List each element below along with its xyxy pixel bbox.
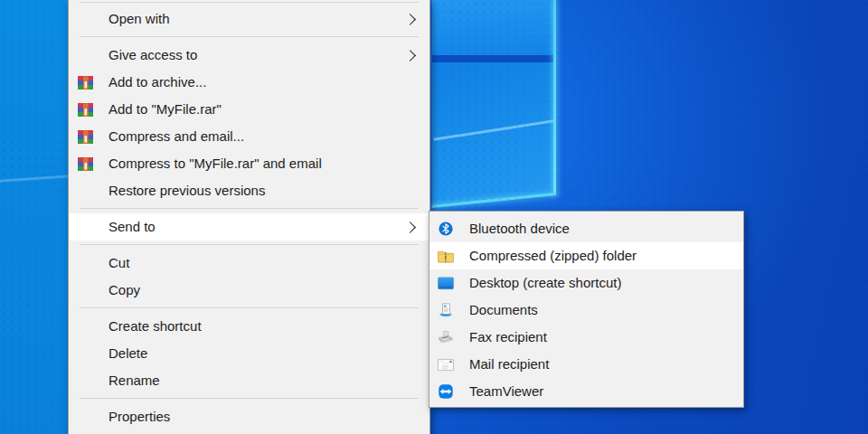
- teamviewer-icon: [438, 383, 454, 400]
- submenu-item-compressed-zipped-folder[interactable]: Compressed (zipped) folder: [429, 242, 743, 269]
- menu-separator: [69, 241, 429, 250]
- menu-item-label: Copy: [108, 277, 140, 304]
- menu-item-properties[interactable]: Properties: [69, 403, 429, 430]
- icon-slot: [77, 47, 93, 63]
- menu-item-label: Open with: [108, 5, 170, 33]
- winrar-icon: [77, 74, 93, 90]
- menu-item-label: Delete: [108, 340, 147, 367]
- mail-icon: [438, 356, 454, 373]
- icon-slot: [77, 183, 93, 199]
- menu-item-label: Create shortcut: [108, 313, 202, 340]
- chevron-right-icon: [404, 14, 416, 25]
- chevron-right-icon: [404, 222, 416, 233]
- menu-separator: [69, 304, 429, 313]
- menu-item-delete[interactable]: Delete: [69, 340, 429, 367]
- menu-separator: [69, 204, 429, 213]
- menu-item-label: Add to "MyFile.rar": [108, 96, 222, 123]
- menu-item-label: Compress to "MyFile.rar" and email: [108, 150, 322, 177]
- zipped-folder-icon: [438, 248, 454, 264]
- menu-item-label: Rename: [108, 367, 160, 394]
- menu-item-label: Bluetooth device: [469, 215, 570, 242]
- menu-item-give-access-to[interactable]: Give access to: [69, 42, 429, 69]
- menu-item-label: Documents: [469, 297, 538, 324]
- menu-item-add-to-archive[interactable]: Add to archive...: [69, 69, 429, 96]
- menu-item-copy[interactable]: Copy: [69, 277, 429, 304]
- icon-slot: [77, 219, 93, 235]
- icon-slot: [77, 255, 93, 271]
- menu-item-open-with[interactable]: Open with: [69, 5, 429, 33]
- menu-item-label: Compress and email...: [108, 123, 244, 150]
- menu-item-compress-to-myfile-rar-and-email[interactable]: Compress to "MyFile.rar" and email: [69, 150, 429, 177]
- fax-icon: [438, 329, 454, 345]
- icon-slot: [77, 318, 93, 335]
- winrar-icon: [77, 156, 93, 172]
- menu-item-rename[interactable]: Rename: [69, 367, 429, 394]
- menu-item-cut[interactable]: Cut: [69, 250, 429, 277]
- submenu-item-teamviewer[interactable]: TeamViewer: [429, 378, 743, 405]
- documents-icon: [438, 302, 454, 318]
- context-menu: Open with Give access to Add to archive.…: [68, 0, 430, 434]
- menu-item-label: Compressed (zipped) folder: [469, 242, 637, 269]
- menu-item-restore-previous-versions[interactable]: Restore previous versions: [69, 177, 429, 204]
- winrar-icon: [77, 101, 93, 118]
- bluetooth-icon: [438, 221, 454, 237]
- winrar-icon: [77, 128, 93, 145]
- menu-item-label: Mail recipient: [469, 351, 549, 378]
- icon-slot: [77, 282, 93, 298]
- menu-item-label: TeamViewer: [469, 378, 543, 405]
- chevron-right-icon: [404, 50, 416, 61]
- submenu-item-fax-recipient[interactable]: Fax recipient: [429, 324, 743, 351]
- screen: Open with Give access to Add to archive.…: [0, 0, 868, 434]
- menu-item-label: Fax recipient: [469, 324, 547, 351]
- desktop-icon: [438, 275, 454, 291]
- submenu-item-documents[interactable]: Documents: [429, 297, 743, 324]
- menu-item-compress-and-email[interactable]: Compress and email...: [69, 123, 429, 150]
- menu-item-label: Send to: [108, 213, 156, 241]
- menu-item-label: Give access to: [108, 42, 197, 69]
- menu-item-create-shortcut[interactable]: Create shortcut: [69, 313, 429, 340]
- menu-item-label: Cut: [108, 250, 129, 277]
- menu-separator: [69, 0, 429, 5]
- menu-item-label: Add to archive...: [108, 69, 206, 96]
- submenu-item-desktop-create-shortcut[interactable]: Desktop (create shortcut): [429, 269, 743, 297]
- menu-item-add-to-myfile-rar[interactable]: Add to "MyFile.rar": [69, 96, 429, 123]
- icon-slot: [77, 409, 93, 425]
- icon-slot: [77, 373, 93, 389]
- menu-item-label: Desktop (create shortcut): [469, 269, 621, 297]
- menu-item-label: Restore previous versions: [108, 177, 265, 204]
- icon-slot: [77, 11, 93, 27]
- menu-item-label: Properties: [108, 403, 170, 430]
- send-to-submenu: Bluetooth device Compressed (zipped) fol…: [429, 211, 744, 408]
- menu-separator: [69, 394, 429, 403]
- submenu-item-bluetooth-device[interactable]: Bluetooth device: [429, 215, 743, 242]
- submenu-item-mail-recipient[interactable]: Mail recipient: [429, 351, 743, 378]
- menu-item-send-to[interactable]: Send to: [69, 213, 429, 241]
- menu-separator: [69, 33, 429, 42]
- icon-slot: [77, 345, 93, 362]
